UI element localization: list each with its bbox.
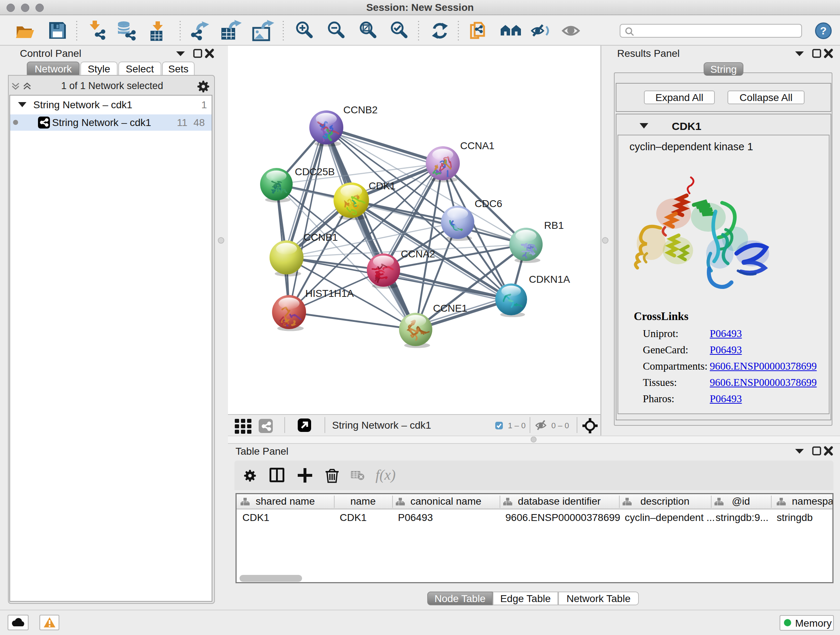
svg-text:CCNE1: CCNE1 xyxy=(433,302,467,314)
svg-text:CCNB2: CCNB2 xyxy=(343,104,378,116)
svg-text:CDKN1A: CDKN1A xyxy=(529,274,570,285)
svg-text:CCNA2: CCNA2 xyxy=(401,249,435,260)
svg-text:CCNA1: CCNA1 xyxy=(460,140,494,151)
svg-text:CDK1: CDK1 xyxy=(369,180,396,192)
svg-text:CDC25B: CDC25B xyxy=(295,166,335,177)
svg-text:HIST1H1A: HIST1H1A xyxy=(305,288,354,299)
svg-text:RB1: RB1 xyxy=(544,220,564,231)
svg-text:CDC6: CDC6 xyxy=(475,198,502,209)
svg-text:CCNB1: CCNB1 xyxy=(303,232,338,243)
